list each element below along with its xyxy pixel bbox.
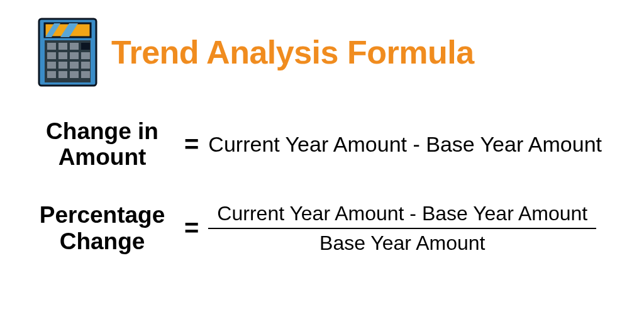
formulas-container: Change in Amount = Current Year Amount -… xyxy=(0,87,644,255)
svg-rect-5 xyxy=(47,43,56,50)
formula-change-in-amount: Change in Amount = Current Year Amount -… xyxy=(25,118,619,171)
label-line: Amount xyxy=(58,144,147,170)
svg-rect-13 xyxy=(47,62,56,69)
formula-percentage-change: Percentage Change = Current Year Amount … xyxy=(25,202,619,255)
svg-rect-14 xyxy=(58,62,67,69)
svg-rect-19 xyxy=(70,71,79,78)
fraction-numerator: Current Year Amount - Base Year Amount xyxy=(208,202,596,228)
svg-rect-6 xyxy=(58,43,67,50)
page-title: Trend Analysis Formula xyxy=(111,33,474,71)
svg-rect-16 xyxy=(81,62,90,69)
fraction-denominator: Base Year Amount xyxy=(208,229,596,255)
svg-rect-8 xyxy=(81,43,90,50)
calculator-icon xyxy=(38,18,97,87)
equals-sign: = xyxy=(184,214,199,242)
label-line: Percentage xyxy=(40,202,165,228)
label-line: Change in xyxy=(46,118,158,144)
svg-rect-18 xyxy=(58,71,67,78)
formula-label-change: Change in Amount xyxy=(25,118,179,171)
label-line: Change xyxy=(60,228,145,254)
formula-label-percentage: Percentage Change xyxy=(25,202,179,254)
svg-rect-20 xyxy=(81,71,90,78)
svg-rect-17 xyxy=(47,71,56,78)
svg-rect-10 xyxy=(58,52,67,59)
header: Trend Analysis Formula xyxy=(0,0,644,87)
svg-rect-7 xyxy=(70,43,79,50)
formula-fraction: Current Year Amount - Base Year Amount B… xyxy=(208,202,619,255)
svg-rect-15 xyxy=(70,62,79,69)
equals-sign: = xyxy=(184,130,199,159)
svg-rect-11 xyxy=(70,52,79,59)
svg-rect-9 xyxy=(47,52,56,59)
svg-rect-12 xyxy=(81,52,90,59)
formula-expression: Current Year Amount - Base Year Amount xyxy=(208,132,619,157)
